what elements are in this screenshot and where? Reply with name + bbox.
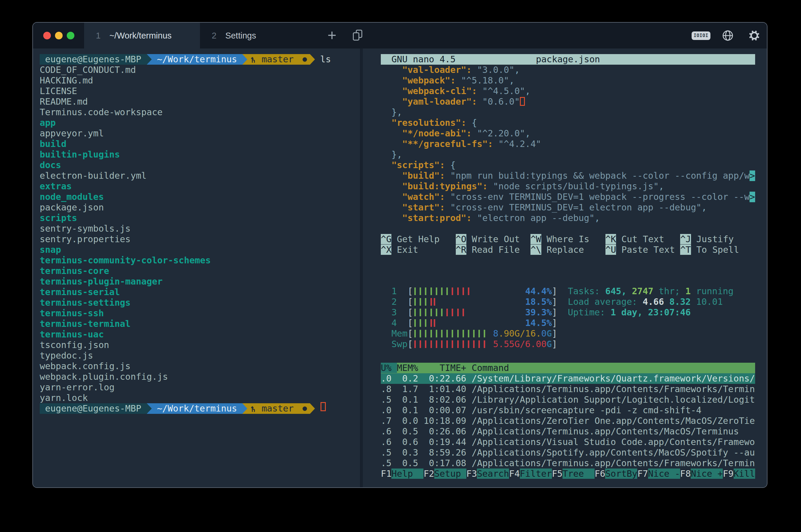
nano-code-line: "start:prod": "electron app --debug", [381,213,755,223]
nano-shortcut[interactable]: ^T To Spell [680,245,755,255]
process-row[interactable]: .6 0.5 0:26.06 /Applications/Terminus.ap… [381,426,755,437]
nano-shortcut[interactable]: ^O Write Out [456,234,531,245]
file-entry: electron-builder.yml [40,170,331,181]
process-row[interactable]: .8 1.7 1:01.40 /Applications/Terminus.ap… [381,384,755,395]
nano-header: GNU nano 4.5package.json [381,54,755,65]
process-row[interactable]: .7 0.0 10:18.09 /Applications/ZeroTier O… [381,416,755,426]
file-entry: webpack.plugin.config.js [40,372,331,382]
htop-fkey[interactable]: F3Search [466,469,509,479]
shell-prompt: eugene@Eugenes-MBP ~/Work/terminus maste… [40,403,331,414]
file-entry: sentry-symbols.js [40,223,331,234]
dir-entry: terminus-serial [40,287,331,298]
process-row[interactable]: .6 0.6 0:19.44 /Applications/Visual Stud… [381,437,755,448]
htop-summary-line: Tasks: 645, 2747 thr; 1 running [568,286,733,297]
nano-filename: package.json [381,54,755,65]
maximize-traffic-light[interactable] [67,32,74,39]
nano-shortcut[interactable]: ^R Read File [456,245,531,255]
nano-code-line: "resolutions": { [381,118,755,128]
tab-terminal[interactable]: 1 ~/Work/terminus [84,23,200,49]
dir-entry: terminus-terminal [40,319,331,329]
pane-divider[interactable] [360,49,363,487]
tab-bar: 1 ~/Work/terminus 2 Settings + IOIOI [33,23,767,49]
nano-shortcut[interactable]: ^\ Replace [530,245,606,255]
terminal-pane-left[interactable]: eugene@Eugenes-MBP ~/Work/terminus maste… [33,49,360,487]
dir-entry: docs [40,160,331,170]
process-row[interactable]: .5 0.5 0:17.08 /Applications/Terminus.ap… [381,458,755,469]
minimize-traffic-light[interactable] [55,32,63,39]
window-content: eugene@Eugenes-MBP ~/Work/terminus maste… [33,49,767,487]
file-entry: Terminus.code-workspace [40,107,331,118]
nano-code-line: "start": "cross-env TERMINUS_DEV=1 elect… [381,202,755,213]
file-entry: yarn.lock [40,393,331,403]
nano-code-line: "build": "npm run build:typings && webpa… [381,170,755,181]
nano-code-line: "watch": "cross-env TERMINUS_DEV=1 webpa… [381,192,755,202]
nano-shortcut[interactable]: ^K Cut Text [606,234,681,245]
htop-fkey[interactable]: F9Kill [723,469,755,479]
nano-shortcut[interactable]: ^X Exit [381,245,456,255]
serial-port-icon[interactable]: IOIOI [692,32,710,40]
nano-code-line: "webpack-cli": "^4.5.0", [381,86,755,96]
file-entry: webpack.config.js [40,361,331,372]
nano-cursor [520,97,525,106]
nano-code-line: }, [381,149,755,160]
terminal-cursor [320,402,326,411]
line-continues-marker: > [749,192,755,202]
htop-summary-line: Load average: 4.66 8.32 10.01 [568,297,733,307]
tab-number: 2 [212,31,217,41]
dir-entry: terminus-settings [40,298,331,308]
duplicate-window-icon[interactable] [352,30,365,43]
nano-shortcut[interactable]: ^G Get Help [381,234,456,245]
htop-table-header[interactable]: U% MEM% TIME+ Command [381,363,755,373]
line-continues-marker: > [749,170,755,181]
process-row[interactable]: .0 0.2 0:22.66 /System/Library/Framework… [381,373,755,384]
tab-number: 1 [96,31,100,41]
tab-label: Settings [225,31,256,41]
dir-entry: builtin-plugins [40,149,331,160]
gear-icon[interactable] [748,29,761,42]
htop-fkey[interactable]: F8Nice + [680,469,723,479]
nano-shortcut[interactable]: ^U Paste Text [606,245,681,255]
tab-settings[interactable]: 2 Settings [200,23,316,49]
process-row[interactable]: .5 0.3 8:59.26 /Applications/Spotify.app… [381,448,755,458]
globe-icon[interactable] [721,29,734,42]
tab-label: ~/Work/terminus [109,31,171,41]
file-entry: package.json [40,202,331,213]
htop-fkey[interactable]: F1Help [381,469,424,479]
cpu-mem-meter: 4 [14.5%] [381,318,557,328]
dir-entry: node_modules [40,192,331,202]
htop-fkey[interactable]: F2Setup [424,469,466,479]
process-row[interactable]: .5 0.1 8:02.06 /Library/Application Supp… [381,395,755,405]
cpu-mem-meter: Swp[5.55G/6.00G] [381,339,557,349]
dir-entry: terminus-plugin-manager [40,276,331,287]
htop-fkey[interactable]: F5Tree [552,469,595,479]
nano-code-line: "*/node-abi": "^2.20.0", [381,128,755,139]
htop-summary: Tasks: 645, 2747 thr; 1 runningLoad aver… [568,286,733,318]
new-tab-button[interactable]: + [325,28,338,43]
dir-entry: extras [40,181,331,192]
htop-table: U% MEM% TIME+ Command .0 0.2 0:22.66 /Sy… [381,363,755,479]
file-entry: CODE_OF_CONDUCT.md [40,65,331,75]
nano-editor: GNU nano 4.5package.json "val-loader": "… [381,54,755,255]
git-branch-icon [250,405,256,413]
shell-prompt: eugene@Eugenes-MBP ~/Work/terminus maste… [40,54,331,65]
dir-entry: snap [40,245,331,255]
htop-fkey[interactable]: F4Filter [509,469,552,479]
dir-entry: app [40,118,331,128]
nano-code-line: "yaml-loader": "0.6.0" [381,96,755,107]
terminal-pane-right[interactable]: GNU nano 4.5package.json "val-loader": "… [363,49,767,487]
file-entry: typedoc.js [40,350,331,361]
dir-entry: scripts [40,213,331,223]
nano-shortcut[interactable]: ^J Justify [680,234,755,245]
file-entry: yarn-error.log [40,382,331,393]
close-traffic-light[interactable] [43,32,51,39]
nano-code-line: "val-loader": "3.0.0", [381,65,755,75]
nano-code-line: }, [381,107,755,118]
htop-fkey[interactable]: F7Nice - [637,469,680,479]
nano-code-line: "scripts": { [381,160,755,170]
htop-summary-line: Uptime: 1 day, 23:07:46 [568,307,733,318]
process-row[interactable]: .0 0.1 0:00.07 /usr/sbin/screencapture -… [381,405,755,416]
htop-fkey-bar: F1Help F2Setup F3SearchF4FilterF5Tree F6… [381,469,755,479]
htop-fkey[interactable]: F6SortBy [595,469,637,479]
nano-shortcut[interactable]: ^W Where Is [530,234,606,245]
file-entry: tsconfig.json [40,340,331,350]
